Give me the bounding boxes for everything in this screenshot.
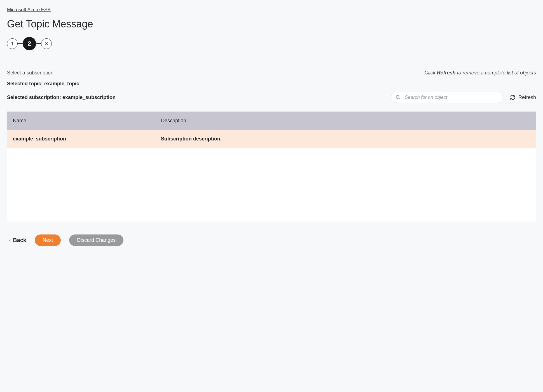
back-label: Back (13, 237, 26, 243)
selected-subscription: Selected subscription: example_subscript… (7, 95, 116, 100)
selected-subscription-value: example_subscription (62, 95, 116, 100)
selected-topic-label: Selected topic: (7, 81, 44, 86)
selected-topic: Selected topic: example_topic (7, 81, 536, 87)
next-button[interactable]: Next (35, 234, 61, 246)
stepper: 1 2 3 (7, 37, 536, 50)
selected-subscription-label: Selected subscription: (7, 95, 62, 100)
cell-description: Subscription description. (155, 130, 536, 148)
search-box (391, 92, 503, 103)
table-container: Name Description example_subscription Su… (7, 111, 536, 222)
refresh-hint: Click Refresh to retrieve a complete lis… (425, 70, 536, 76)
step-3[interactable]: 3 (41, 38, 52, 49)
footer-buttons: ‹ Back Next Discard Changes (7, 234, 536, 246)
breadcrumb-link[interactable]: Microsoft Azure ESB (7, 7, 51, 12)
instruction-text: Select a subscription (7, 70, 53, 76)
chevron-left-icon: ‹ (9, 238, 11, 243)
search-input[interactable] (391, 92, 503, 103)
refresh-hint-bold: Refresh (437, 70, 456, 76)
page-title: Get Topic Message (7, 18, 536, 30)
refresh-hint-suffix: to retrieve a complete list of objects (456, 70, 536, 76)
svg-line-1 (399, 98, 400, 99)
svg-point-0 (396, 95, 399, 98)
step-2[interactable]: 2 (23, 37, 36, 50)
step-1[interactable]: 1 (7, 38, 18, 49)
table-row[interactable]: example_subscription Subscription descri… (7, 130, 536, 148)
step-connector (36, 43, 41, 44)
back-button[interactable]: ‹ Back (9, 237, 26, 243)
selected-topic-value: example_topic (44, 81, 79, 86)
discard-button[interactable]: Discard Changes (69, 234, 123, 246)
refresh-icon (510, 95, 516, 100)
col-header-name[interactable]: Name (7, 112, 155, 130)
search-icon (395, 95, 401, 100)
cell-name: example_subscription (7, 130, 155, 148)
refresh-button[interactable]: Refresh (510, 95, 536, 100)
subscription-table: Name Description example_subscription Su… (7, 112, 536, 148)
refresh-label: Refresh (518, 95, 536, 100)
step-connector (18, 43, 23, 44)
col-header-description[interactable]: Description (155, 112, 536, 130)
refresh-hint-prefix: Click (425, 70, 437, 76)
